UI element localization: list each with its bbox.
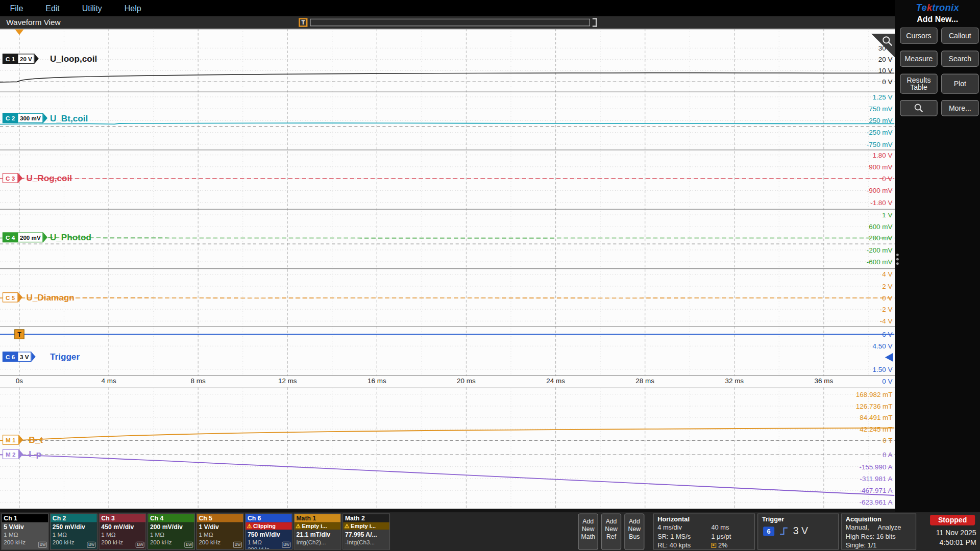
- scale-label: 126.736 mT: [856, 403, 893, 410]
- scale-label: 84.491 mT: [860, 414, 892, 421]
- scale-label: 0 V: [882, 294, 892, 302]
- record-length: RL: 40 kpts: [657, 541, 711, 549]
- channel-id: M 2: [3, 449, 19, 459]
- trigger-panel[interactable]: Trigger 6 3 V: [757, 514, 839, 550]
- menu-utility[interactable]: Utility: [82, 4, 102, 13]
- badge-title: Ch 5: [197, 514, 243, 522]
- signal-label-u-bt-coil: U_Bt,coil: [50, 113, 88, 123]
- badge-detail: Intg(Ch2)...: [296, 539, 338, 546]
- waveform-plot-area[interactable]: T 30 V20 V10 V0 V1.25 V750 mV250 mV-250 …: [0, 29, 895, 509]
- menu-file[interactable]: File: [10, 4, 23, 13]
- zoom-range-end-bracket[interactable]: [593, 18, 597, 27]
- zoom-range-bar[interactable]: [310, 19, 590, 27]
- panel-drag-handle[interactable]: [896, 250, 899, 269]
- trigger-level-arrow[interactable]: [885, 353, 893, 362]
- scale-label: 1 V: [882, 211, 892, 219]
- trigger-position-marker[interactable]: [15, 30, 23, 35]
- acquisition-title: Acquisition: [842, 514, 915, 523]
- bandwidth-icon: Bw: [87, 542, 96, 548]
- badge-title: Ch 6: [246, 514, 292, 522]
- channel-settings-badge-ch5[interactable]: Ch 51 V/div1 MΩ200 kHzBw: [196, 514, 243, 550]
- channel-badge-c2[interactable]: C 2300 mV: [3, 113, 47, 123]
- time-axis-label: 20 ms: [457, 377, 476, 384]
- badge-scale-value: 1 V/div: [199, 523, 241, 531]
- badge-arrow: [19, 449, 23, 459]
- channel-settings-badge-math2[interactable]: Math 2⚠Empty i...77.995 A/...-Intg(Ch3..…: [342, 514, 390, 550]
- rising-edge-icon: [779, 527, 788, 535]
- channel-badge-c5[interactable]: C 5: [3, 292, 22, 303]
- channel-settings-badge-ch6[interactable]: Ch 6⚠Clipping750 mV/div1 MΩ200 kHzBw: [245, 514, 292, 550]
- badge-arrow: [43, 113, 48, 123]
- measure-button[interactable]: Measure: [900, 51, 937, 67]
- badge-detail: 1 MΩ: [53, 531, 95, 539]
- channel-settings-badge-ch2[interactable]: Ch 2250 mV/div1 MΩ200 kHzBw: [50, 514, 97, 550]
- scale-label: 600 mV: [869, 223, 892, 231]
- badge-title: Ch 4: [148, 514, 194, 522]
- bandwidth-icon: Bw: [282, 542, 291, 548]
- signal-label-u-loop-coil: U_loop,coil: [50, 54, 97, 64]
- menu-bar: FileEditUtilityHelp: [0, 0, 895, 16]
- time-axis-label: 4 ms: [101, 377, 116, 384]
- add-new-math-button[interactable]: AddNewMath: [578, 514, 598, 550]
- badge-scale-value: 250 mV/div: [53, 523, 95, 531]
- horizontal-scale: 4 ms/div: [657, 523, 711, 532]
- time-axis-label: 24 ms: [546, 377, 565, 384]
- time-axis-label: 28 ms: [635, 377, 654, 384]
- add-new-bus-button[interactable]: AddNewBus: [624, 514, 644, 550]
- channel-badge-c6[interactable]: C 63 V: [3, 352, 36, 362]
- trace-c4: [0, 238, 894, 238]
- badge-detail: 1 MΩ: [101, 531, 143, 539]
- horizontal-panel[interactable]: Horizontal 4 ms/div 40 ms SR: 1 MS/s 1 μ…: [653, 514, 755, 550]
- waveform-canvas: T: [0, 29, 895, 509]
- grid-level-lines: [0, 48, 895, 502]
- scale-label: -750 mV: [867, 141, 893, 148]
- warning-icon: ⚠: [345, 523, 350, 529]
- time-axis-label: 0s: [16, 377, 23, 384]
- add-new-title: Add New...: [895, 14, 980, 23]
- channel-id: C 5: [3, 292, 18, 303]
- channel-scale: 20 V: [18, 54, 35, 64]
- search-button[interactable]: Search: [941, 51, 978, 67]
- badge-detail: 1 MΩ: [150, 531, 192, 539]
- scale-label: 200 mV: [869, 234, 892, 242]
- scale-label: 2 V: [882, 282, 892, 290]
- scale-label: -4 V: [880, 317, 893, 325]
- scale-label: -155.990 A: [859, 463, 892, 470]
- trigger-level: 3 V: [793, 525, 808, 537]
- channel-settings-badge-ch1[interactable]: Ch 15 V/div1 MΩ200 kHzBw: [1, 514, 48, 550]
- channel-id: C 1: [3, 54, 18, 64]
- channel-badge-m2[interactable]: M 2: [3, 449, 23, 459]
- scale-label: -467.971 A: [859, 487, 892, 494]
- channel-badge-m1[interactable]: M 1: [3, 435, 23, 445]
- bandwidth-icon: Bw: [185, 542, 193, 548]
- scale-label: -2 V: [880, 306, 893, 313]
- channel-badge-c1[interactable]: C 120 V: [3, 54, 39, 64]
- results-table-button[interactable]: Results Table: [900, 73, 937, 93]
- menu-help[interactable]: Help: [125, 4, 141, 13]
- trace-c2: [0, 123, 894, 124]
- add-new-ref-button[interactable]: AddNewRef: [601, 514, 621, 550]
- magnifier-icon: [914, 103, 924, 113]
- view-titlebar: Waveform View T: [0, 16, 895, 29]
- channel-badge-c3[interactable]: C 3: [3, 173, 22, 183]
- badge-arrow: [19, 435, 23, 445]
- side-panel: Tektronix Add New... CursorsCalloutMeasu…: [895, 0, 980, 512]
- callout-button[interactable]: Callout: [941, 28, 978, 44]
- trigger-source-badge[interactable]: 6: [763, 527, 774, 536]
- more-button[interactable]: More...: [941, 100, 978, 116]
- time-axis-label: 36 ms: [815, 377, 834, 384]
- plot-button[interactable]: Plot: [941, 73, 978, 93]
- cursors-button[interactable]: Cursors: [900, 28, 937, 44]
- channel-settings-badge-ch4[interactable]: Ch 4200 mV/div1 MΩ200 kHzBw: [148, 514, 195, 550]
- time-axis-label: 32 ms: [725, 377, 744, 384]
- scale-label: 6 V: [882, 331, 892, 338]
- stopped-button[interactable]: Stopped: [930, 515, 975, 525]
- acquisition-panel[interactable]: Acquisition Manual, Analyze High Res: 16…: [841, 514, 916, 550]
- badge-detail: -Intg(Ch3...: [345, 539, 387, 546]
- channel-badge-c4[interactable]: C 4200 mV: [3, 233, 47, 243]
- signal-label-u-diamagn: U_Diamagn: [26, 292, 74, 303]
- channel-settings-badge-math1[interactable]: Math 1⚠Empty i...21.1 mT/divIntg(Ch2)...: [294, 514, 341, 550]
- menu-edit[interactable]: Edit: [45, 4, 59, 13]
- search-results-button[interactable]: [900, 100, 937, 116]
- channel-settings-badge-ch3[interactable]: Ch 3450 mV/div1 MΩ200 kHzBw: [99, 514, 146, 550]
